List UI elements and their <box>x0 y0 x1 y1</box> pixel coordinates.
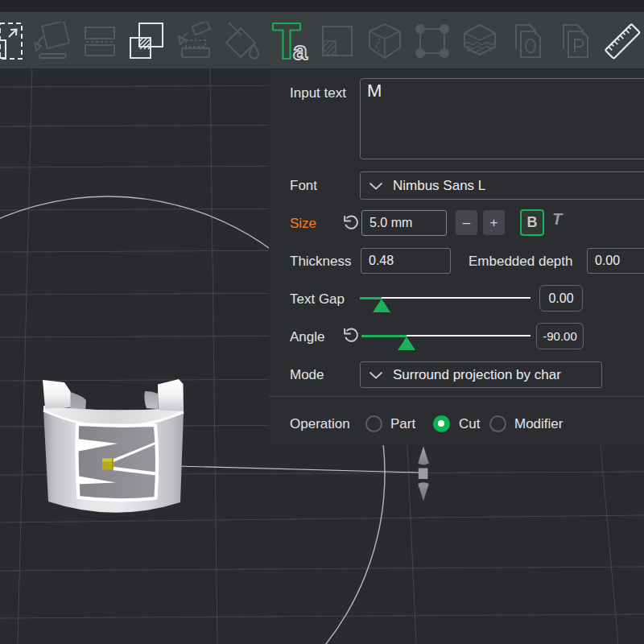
svg-text:a: a <box>293 36 308 60</box>
